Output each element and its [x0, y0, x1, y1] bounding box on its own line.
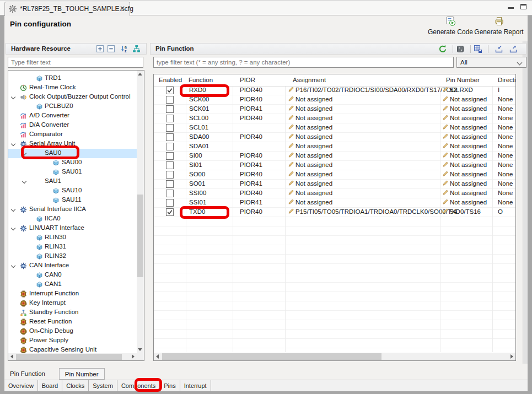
chevron-expanded-icon[interactable]: [11, 95, 15, 99]
tree-item-d-a-converter[interactable]: D/A Converter: [8, 121, 137, 130]
tree-item-can0[interactable]: CAN0: [8, 271, 137, 280]
enabled-checkbox[interactable]: [166, 152, 174, 160]
save-table-icon[interactable]: [474, 45, 483, 54]
view-tab-pin-function[interactable]: Pin Function: [4, 368, 51, 380]
chevron-expanded-icon[interactable]: [22, 151, 26, 155]
export-icon[interactable]: [509, 45, 518, 54]
tree-hscroll-thumb[interactable]: [16, 354, 122, 360]
page-tab-interrupt[interactable]: Interrupt: [180, 380, 211, 391]
enabled-checkbox[interactable]: [166, 87, 174, 94]
scroll-down-arrow[interactable]: [138, 348, 142, 351]
pin-function-filter-input[interactable]: [153, 57, 454, 68]
tree-item-rlin30[interactable]: RLIN30: [8, 233, 137, 242]
tree-vscroll-thumb[interactable]: [137, 195, 143, 277]
tree-item-sau1[interactable]: SAU1: [8, 177, 137, 186]
expand-all-icon[interactable]: [96, 45, 105, 54]
show-hierarchy-icon[interactable]: [132, 45, 142, 54]
column-header-assignment[interactable]: Assignment: [293, 77, 326, 83]
table-hscroll-thumb[interactable]: [162, 353, 381, 360]
pin-row-sck00[interactable]: SCK00PIOR40Not assignedNot assignedNone: [154, 95, 515, 105]
pin-row-sck01[interactable]: SCK01PIOR41Not assignedNot assignedNone: [154, 105, 515, 114]
tree-item-sau10[interactable]: SAU10: [8, 186, 137, 196]
pin-row-rxd0[interactable]: RXD0PIOR40P16/TI02/TO02/TRDIOC1/SI00/SDA…: [154, 86, 515, 95]
enabled-checkbox[interactable]: [166, 180, 174, 188]
tree-item-on-chip-debug[interactable]: On-Chip Debug: [8, 327, 137, 336]
chevron-expanded-icon[interactable]: [22, 179, 26, 183]
tree-item-a-d-converter[interactable]: A/D Converter: [8, 111, 137, 121]
enabled-checkbox[interactable]: [166, 105, 174, 113]
hardware-resource-filter-input[interactable]: [8, 57, 143, 68]
pin-row-scl01[interactable]: SCL01Not assignedNot assignedNone: [154, 123, 515, 133]
enabled-checkbox[interactable]: [166, 143, 174, 150]
tree-item-rlin31[interactable]: RLIN31: [8, 242, 137, 252]
tree-item-power-supply[interactable]: Power Supply: [8, 336, 137, 346]
pin-row-ssi01[interactable]: SSI01PIOR41Not assignedNot assignedNone: [154, 198, 515, 208]
tree-item-can1[interactable]: CAN1: [8, 280, 137, 289]
column-header-enabled[interactable]: Enabled: [159, 77, 182, 83]
pin-row-scl00[interactable]: SCL00PIOR40Not assignedNot assignedNone: [154, 114, 515, 123]
scroll-right-arrow[interactable]: [132, 354, 135, 359]
tree-item-sau00[interactable]: SAU00: [8, 158, 137, 168]
pin-row-sda01[interactable]: SDA01Not assignedNot assignedNone: [154, 142, 515, 152]
pin-row-so01[interactable]: SO01PIOR41Not assignedNot assignedNone: [154, 180, 515, 189]
page-tab-system[interactable]: System: [89, 380, 117, 391]
scroll-left-arrow[interactable]: [156, 354, 159, 359]
filter-scope-dropdown[interactable]: All: [456, 57, 526, 68]
enabled-checkbox[interactable]: [166, 124, 174, 132]
column-header-pior[interactable]: PIOR: [240, 77, 255, 83]
pin-row-txd0[interactable]: TXD0PIOR40P15/TI05/TO05/TRDIOA1/TRDIOA0/…: [154, 208, 515, 217]
scroll-up-arrow[interactable]: [138, 73, 142, 75]
enabled-checkbox[interactable]: [166, 190, 174, 197]
page-tab-pins[interactable]: Pins: [160, 380, 180, 391]
tree-item-standby-function[interactable]: Standby Function: [8, 308, 137, 317]
enabled-checkbox[interactable]: [166, 199, 174, 207]
pin-row-so00[interactable]: SO00PIOR40Not assignedNot assignedNone: [154, 170, 515, 180]
chevron-expanded-icon[interactable]: [11, 263, 15, 268]
page-tab-board[interactable]: Board: [38, 380, 62, 391]
editor-scrollbar-track[interactable]: [523, 41, 528, 364]
view-tab-pin-number[interactable]: Pin Number: [59, 368, 105, 380]
tree-item-serial-array-unit[interactable]: Serial Array Unit: [8, 139, 137, 149]
sort-icon[interactable]: az: [120, 45, 130, 54]
tree-item-real-time-clock[interactable]: Real-Time Clock: [8, 83, 137, 93]
enabled-checkbox[interactable]: [166, 171, 174, 179]
enabled-checkbox[interactable]: [166, 208, 174, 216]
tree-item-clock-output-buzzer-output-control[interactable]: Clock Output/Buzzer Output Control: [8, 93, 137, 102]
tree-item-can-interface[interactable]: CAN Interface: [8, 261, 137, 271]
chevron-expanded-icon[interactable]: [11, 226, 15, 230]
tree-item-sau11[interactable]: SAU11: [8, 196, 137, 205]
chevron-expanded-icon[interactable]: [11, 207, 15, 212]
tree-item-iica0[interactable]: IICA0: [8, 214, 137, 224]
enabled-checkbox[interactable]: [166, 161, 174, 169]
enabled-checkbox[interactable]: [166, 96, 174, 104]
minimize-button[interactable]: [508, 4, 514, 9]
tree-item-serial-interface-iica[interactable]: Serial Interface IICA: [8, 205, 137, 214]
tree-item-pclbuz0[interactable]: PCLBUZ0: [8, 102, 137, 111]
pin-row-si01[interactable]: SI01PIOR41Not assignedNot assignedNone: [154, 161, 515, 170]
close-icon[interactable]: ✕: [120, 4, 125, 12]
tree-item-rlin32[interactable]: RLIN32: [8, 252, 137, 261]
tree-item-interrupt-function[interactable]: Interrupt Function: [8, 289, 137, 299]
column-header-direction[interactable]: Direction: [498, 77, 516, 83]
tree-item-key-interrupt[interactable]: Key Interrupt: [8, 299, 137, 308]
tree-item-lin-uart-interface[interactable]: LIN/UART Interface: [8, 224, 137, 233]
chevron-expanded-icon[interactable]: [11, 142, 15, 146]
enabled-checkbox[interactable]: [166, 133, 174, 141]
page-tab-clocks[interactable]: Clocks: [62, 380, 89, 391]
tree-item-sau0[interactable]: SAU0: [8, 149, 137, 158]
scroll-left-arrow[interactable]: [10, 354, 13, 359]
generate-report-button[interactable]: Generate Report: [469, 16, 529, 36]
scroll-right-arrow[interactable]: [510, 354, 513, 359]
enabled-checkbox[interactable]: [166, 115, 174, 122]
pin-row-ssi00[interactable]: SSI00PIOR40Not assignedNot assignedNone: [154, 189, 515, 198]
column-header-pin-number[interactable]: Pin Number: [446, 77, 480, 83]
pin-row-sda00[interactable]: SDA00PIOR40Not assignedNot assignedNone: [154, 133, 515, 142]
page-tab-components[interactable]: Components: [117, 380, 160, 391]
page-tab-overview[interactable]: Overview: [4, 380, 38, 391]
column-header-function[interactable]: Function: [189, 77, 213, 83]
editor-tab[interactable]: *RL78F25_TB_TOUCH_SAMPLE.scfg ✕: [4, 2, 130, 16]
pin-row-si00[interactable]: SI00PIOR40Not assignedNot assignedNone: [154, 152, 515, 161]
tree-item-reset-function[interactable]: Reset Function: [8, 317, 137, 327]
import-icon[interactable]: [495, 45, 504, 54]
maximize-button[interactable]: [520, 4, 526, 9]
